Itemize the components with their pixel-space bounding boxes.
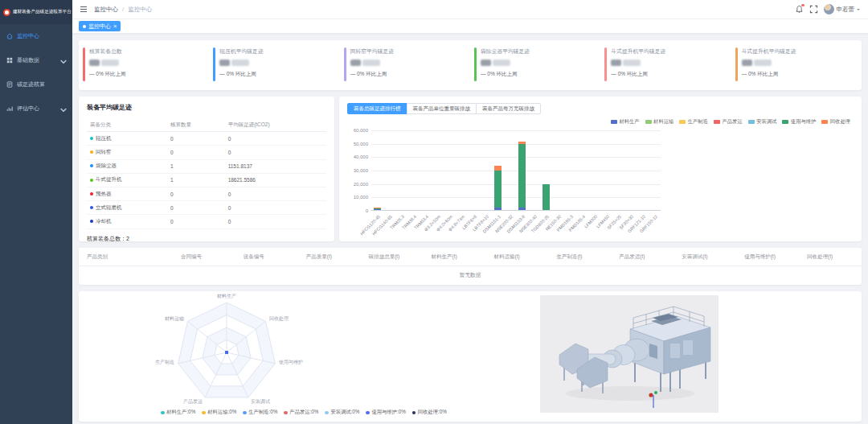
- kpi-value-redacted: [89, 60, 204, 66]
- radar-axis-label: 材料生产: [217, 293, 236, 300]
- legend-swatch: [748, 120, 755, 124]
- y-tick-label: 50,000: [354, 142, 368, 146]
- hamburger-icon[interactable]: [80, 6, 87, 12]
- kpi-delta: — 0% 环比上周: [219, 71, 334, 78]
- detail-column-header: 材料运输(t): [485, 253, 548, 261]
- detail-column-header: 生产制造(t): [548, 253, 611, 261]
- table-row: 斗式提升机118621.5586: [87, 173, 326, 187]
- radar-legend-dot: [243, 411, 247, 415]
- equipment-total: 核算装备总数：2: [87, 235, 326, 243]
- legend-item[interactable]: 材料生产: [611, 118, 640, 126]
- radar-legend-dot: [412, 411, 416, 415]
- radar-legend-item[interactable]: 材料生产:0%: [161, 409, 195, 416]
- radar-legend-item[interactable]: 产品发运:0%: [284, 409, 318, 416]
- radar-legend-item[interactable]: 材料运输:0%: [202, 409, 236, 416]
- kpi-title: 辊压机平均碳足迹: [219, 47, 334, 56]
- panel-title: 装备平均碳足迹: [87, 103, 326, 112]
- tag-active-dot: [83, 25, 86, 28]
- legend-swatch: [611, 120, 617, 124]
- detail-column-header: 产品类别: [79, 253, 173, 261]
- sidebar-item-label: 碳足迹核算: [17, 80, 45, 89]
- detail-table-panel: 产品类别合同编号设备编号产品质量(t)碳排放总量(t)材料生产(t)材料运输(t…: [79, 248, 862, 285]
- kpi-accent-bar: [735, 47, 738, 81]
- kpi-value-redacted: [611, 60, 726, 66]
- category-dot: [90, 179, 93, 182]
- fullscreen-icon[interactable]: [809, 5, 818, 14]
- sidebar-item-monitor[interactable]: 监控中心: [0, 24, 72, 48]
- legend-swatch: [679, 120, 686, 124]
- legend-item[interactable]: 使用与维护: [782, 118, 816, 126]
- radar-axis-label: 回收处理: [269, 315, 289, 323]
- equipment-count-cell: 0: [167, 132, 225, 146]
- legend-item[interactable]: 材料运输: [645, 118, 674, 126]
- bar-segment: [494, 208, 502, 210]
- category-dot: [90, 192, 93, 196]
- bottom-panel: 材料生产回收处理使用与维护安装调试产品发运生产制造材料运输 材料生产:0%材料运…: [79, 291, 862, 422]
- kpi-delta: — 0% 环比上周: [350, 71, 465, 78]
- notification-bell-icon[interactable]: [795, 5, 804, 14]
- legend-item[interactable]: 安装调试: [748, 118, 777, 126]
- x-tick-label: HFCG120-45: [339, 214, 381, 241]
- gridline: [371, 157, 661, 158]
- bar-segment: [518, 144, 526, 208]
- equipment-avg-cell: 0: [225, 215, 326, 228]
- kpi-delta: — 0% 环比上周: [742, 71, 857, 78]
- y-tick-label: 40,000: [354, 154, 368, 159]
- radar-legend-item[interactable]: 使用与维护:0%: [366, 409, 405, 416]
- sidebar-item-carbon-calc[interactable]: 碳足迹核算: [0, 72, 72, 97]
- emission-chart-panel: 装备总碳足迹排行榜装备产品单位重量碳排放装备产品每万元碳排放 材料生产材料运输生…: [339, 97, 862, 241]
- radar-data-point: [225, 351, 228, 354]
- radar-legend-item[interactable]: 生产制造:0%: [243, 409, 277, 416]
- tag-close-icon[interactable]: ×: [113, 23, 117, 30]
- legend-item[interactable]: 产品发运: [714, 118, 743, 126]
- category-dot: [90, 220, 93, 223]
- tag-monitor[interactable]: 监控中心 ×: [79, 21, 121, 31]
- y-tick-label: 0: [366, 208, 368, 213]
- breadcrumb-separator: /: [122, 6, 124, 13]
- tab-total-rank[interactable]: 装备总碳足迹排行榜: [347, 103, 407, 114]
- y-tick-label: 10,000: [354, 195, 368, 200]
- y-tick-label: 60,000: [354, 128, 368, 133]
- gridline: [371, 130, 661, 131]
- detail-column-header: 设备编号: [235, 253, 298, 261]
- radar-legend-dot: [325, 411, 329, 415]
- legend-swatch: [714, 120, 720, 124]
- tab-per-value[interactable]: 装备产品每万元碳排放: [476, 103, 541, 114]
- equipment-avg-panel: 装备平均碳足迹 装备分类核算数量平均碳足迹(tCO2) 辊压机00回转窑00袋除…: [79, 97, 334, 241]
- user-menu[interactable]: 申若蕾: [824, 4, 861, 14]
- breadcrumb-item[interactable]: 监控中心: [94, 6, 118, 13]
- tab-per-weight[interactable]: 装备产品单位重量碳排放: [407, 103, 477, 114]
- content: 核算装备总数— 0% 环比上周辊压机平均碳足迹— 0% 环比上周回转窑平均碳足迹…: [72, 34, 868, 424]
- empty-state: 暂无数据: [79, 266, 862, 284]
- tag-label: 监控中心: [88, 23, 111, 31]
- equipment-count-cell: 0: [167, 187, 225, 200]
- evaluation-icon: [6, 105, 13, 113]
- table-row: 冷却机00: [87, 215, 326, 228]
- notification-badge: [801, 4, 804, 6]
- sidebar-item-label: 评估中心: [17, 105, 39, 113]
- kpi-accent-bar: [83, 47, 85, 81]
- legend-label: 材料运输: [653, 118, 674, 126]
- sidebar-menu: 监控中心基础数据碳足迹核算评估中心: [0, 24, 72, 121]
- logo-icon: [3, 9, 10, 16]
- category-dot: [90, 206, 93, 209]
- equipment-category-cell: 预热器: [87, 187, 167, 200]
- radar-legend-item[interactable]: 安装调试:0%: [325, 409, 359, 416]
- sidebar-item-basic-data[interactable]: 基础数据: [0, 48, 72, 72]
- gridline: [371, 197, 661, 198]
- legend-item[interactable]: 回收处理: [821, 118, 850, 126]
- legend-item[interactable]: 生产制造: [679, 118, 708, 126]
- kpi-card: 回转窑平均碳足迹— 0% 环比上周: [340, 40, 470, 90]
- sidebar-item-label: 基础数据: [17, 56, 39, 64]
- bar-segment: [494, 171, 502, 208]
- kpi-card: 斗式提升机平均碳足迹— 0% 环比上周: [731, 40, 862, 90]
- sidebar-item-evaluation[interactable]: 评估中心: [0, 97, 72, 121]
- gridline: [371, 184, 661, 185]
- radar-legend-item[interactable]: 回收处理:0%: [412, 409, 447, 416]
- bar-segment: [542, 184, 550, 210]
- kpi-title: 核算装备总数: [89, 47, 204, 56]
- kpi-delta: — 0% 环比上周: [611, 71, 726, 78]
- detail-column-header: 产品质量(t): [298, 253, 361, 261]
- equipment-category-cell: 辊压机: [87, 132, 167, 146]
- kpi-title: 袋除尘器平均碳足迹: [481, 47, 596, 56]
